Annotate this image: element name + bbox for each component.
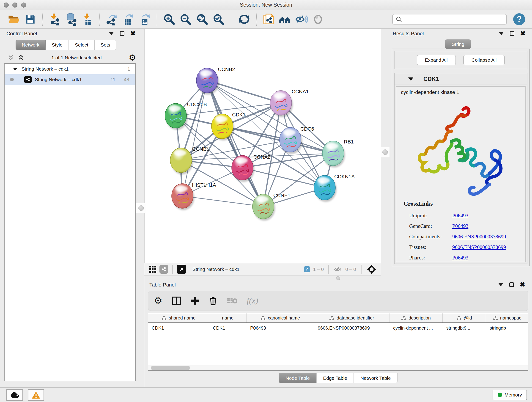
crosslink-link[interactable]: P06493 [452, 213, 468, 219]
table-row[interactable]: CDK1CDK1P064939606.ENSP00000378699cyclin… [148, 323, 528, 333]
tab-node-table[interactable]: Node Table [279, 373, 317, 383]
collapse-all-button[interactable]: Collapse All [463, 55, 505, 65]
add-column-icon[interactable] [190, 296, 200, 305]
table-cell[interactable]: 9606.ENSP00000378699 [314, 323, 389, 333]
hidden-eye-icon[interactable] [333, 265, 342, 273]
tab-string[interactable]: String [445, 39, 471, 49]
column-header-description[interactable]: description [389, 313, 443, 322]
panel-float-icon[interactable] [510, 31, 514, 36]
tab-sets[interactable]: Sets [94, 40, 116, 50]
network-row[interactable]: String Network – cdk1 11 48 [5, 74, 135, 85]
column-header-shared-name[interactable]: shared name [148, 313, 209, 322]
panel-float-icon[interactable] [120, 31, 124, 36]
panel-close-icon[interactable]: ✖ [130, 31, 136, 36]
refresh-layout-button[interactable] [238, 13, 251, 26]
panel-close-icon[interactable]: ✖ [520, 31, 526, 36]
column-header--id[interactable]: @id [443, 313, 486, 322]
panel-float-icon[interactable] [509, 282, 514, 287]
import-network-database-button[interactable] [64, 13, 78, 26]
save-session-button[interactable] [24, 13, 37, 26]
right-splitter-handle[interactable] [380, 147, 390, 157]
caret-down-icon[interactable] [13, 68, 17, 70]
chevron-double-down-icon[interactable] [7, 54, 14, 61]
network-share-icon[interactable] [159, 265, 168, 274]
eye-button[interactable] [311, 13, 325, 26]
search-input[interactable] [402, 17, 504, 22]
export-image-button[interactable] [138, 13, 152, 26]
node-CDC6[interactable] [279, 128, 302, 154]
chevron-double-up-icon[interactable] [17, 54, 24, 61]
network-collection-row[interactable]: String Network – cdk1 1 [5, 64, 135, 74]
table-cell[interactable]: P06493 [247, 323, 314, 333]
caret-down-icon[interactable] [408, 77, 413, 81]
search-box[interactable] [392, 14, 507, 25]
open-session-button[interactable] [7, 13, 20, 26]
tab-select[interactable]: Select [69, 40, 94, 50]
help-button[interactable]: ? [513, 13, 525, 25]
gear-icon[interactable]: ⚙ [129, 54, 136, 62]
column-header-canonical-name[interactable]: canonical name [247, 313, 314, 322]
table-cell[interactable]: CDK1 [148, 323, 209, 333]
column-header-database-identifier[interactable]: database identifier [314, 313, 389, 322]
node-CCNE1[interactable] [253, 194, 275, 221]
zoom-in-button[interactable] [162, 13, 176, 26]
edge-CCNB2-HIST1H1A[interactable] [182, 80, 207, 196]
zoom-out-button[interactable] [179, 13, 192, 26]
node-RB1[interactable] [322, 141, 345, 167]
left-splitter-handle[interactable] [136, 203, 146, 213]
bottom-splitter-handle[interactable] [336, 276, 340, 280]
crosslink-link[interactable]: P06493 [452, 255, 468, 261]
node-CDC25B[interactable] [165, 103, 188, 130]
crosslink-link[interactable]: 9606.ENSP00000378699 [452, 244, 506, 250]
panel-collapse-icon[interactable] [499, 32, 504, 35]
export-network-button[interactable] [105, 13, 119, 26]
reset-zoom-crosshair-icon[interactable] [367, 264, 377, 274]
warnings-button[interactable] [28, 389, 44, 401]
table-horizontal-scrollbar[interactable] [148, 365, 528, 371]
table-settings-gear-icon[interactable]: ⚙ [154, 297, 162, 305]
table-cell[interactable]: cyclin-dependent ... [389, 323, 443, 333]
panel-close-icon[interactable]: ✖ [520, 282, 525, 287]
export-table-button[interactable] [122, 13, 135, 26]
edge-HIST1H1A-CCNE1[interactable] [182, 196, 263, 206]
detach-view-button[interactable] [177, 265, 186, 274]
cloud-status-button[interactable] [6, 389, 23, 401]
table-cell[interactable]: stringdb:9... [443, 323, 486, 333]
panel-collapse-icon[interactable] [498, 283, 503, 286]
home-button[interactable] [278, 13, 292, 26]
node-CCNB2[interactable] [196, 68, 219, 95]
expand-all-button[interactable]: Expand All [417, 55, 456, 65]
grid-view-icon[interactable] [148, 265, 157, 274]
zoom-fit-button[interactable] [196, 13, 209, 26]
scrollbar-thumb[interactable] [151, 366, 190, 370]
hide-glyphs-button[interactable] [295, 13, 308, 26]
tab-network[interactable]: Network [16, 40, 46, 50]
node-CDK1[interactable] [211, 114, 234, 140]
node-CCNB1[interactable] [170, 148, 193, 174]
selected-checkbox-icon[interactable]: ✓ [304, 266, 310, 272]
node-HIST1H1A[interactable] [172, 184, 194, 210]
clear-table-icon[interactable] [227, 297, 238, 305]
network-view-canvas[interactable]: CCNB2CCNA1CDC25BCDK1CDC6RB1CCNB1CCNA2CDK… [144, 29, 381, 263]
tab-network-table[interactable]: Network Table [354, 373, 398, 383]
zoom-selected-button[interactable] [212, 13, 225, 26]
function-builder-icon[interactable]: f(x) [247, 296, 258, 306]
table-cell[interactable]: CDK1 [209, 323, 247, 333]
tab-style[interactable]: Style [46, 40, 69, 50]
import-table-file-button[interactable] [81, 13, 94, 26]
select-columns-icon[interactable] [172, 296, 181, 305]
node-CCNA2[interactable] [232, 155, 254, 182]
node-table[interactable]: shared namenamecanonical namedatabase id… [148, 313, 528, 365]
column-header-name[interactable]: name [209, 313, 247, 322]
tab-edge-table[interactable]: Edge Table [317, 373, 354, 383]
column-header-namespac[interactable]: namespac [486, 313, 528, 322]
crosslink-link[interactable]: 9606.ENSP00000378699 [452, 234, 506, 240]
string-document-button[interactable] [262, 13, 275, 26]
import-network-file-button[interactable] [48, 13, 61, 26]
memory-button[interactable]: Memory [493, 390, 527, 400]
protein-section-header[interactable]: CDK1 [394, 73, 527, 85]
table-cell[interactable]: stringdb [486, 323, 528, 333]
panel-collapse-icon[interactable] [109, 32, 114, 35]
crosslink-link[interactable]: P06493 [452, 223, 468, 229]
node-CCNA1[interactable] [270, 90, 293, 117]
